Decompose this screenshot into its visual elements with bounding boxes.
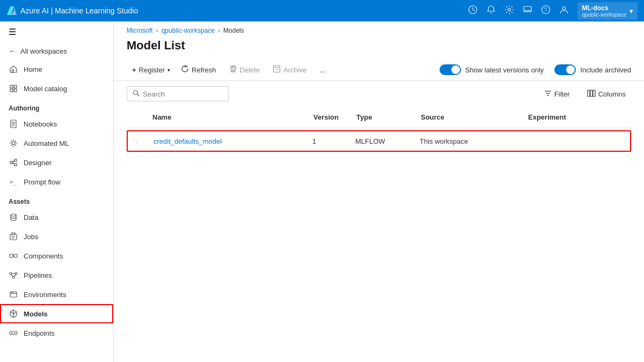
sidebar-item-pipelines[interactable]: Pipelines — [0, 265, 113, 285]
row-star[interactable]: ☆ — [128, 134, 149, 149]
sidebar-item-jobs[interactable]: Jobs — [0, 227, 113, 246]
show-latest-toggle[interactable] — [440, 64, 461, 75]
model-catalog-icon — [9, 84, 18, 93]
models-icon — [9, 309, 18, 319]
toggle-thumb — [451, 65, 460, 74]
topbar-logo: Azure AI | Machine Learning Studio — [6, 5, 138, 16]
sidebar-item-home[interactable]: Home — [0, 60, 113, 79]
columns-button[interactable]: Columns — [582, 87, 631, 101]
endpoints-icon — [9, 328, 18, 338]
sidebar-item-notebooks[interactable]: Notebooks — [0, 114, 113, 134]
notebooks-icon — [9, 119, 18, 129]
account-info: ML-docs qpublic-workspace — [582, 4, 626, 18]
jobs-icon — [9, 232, 18, 241]
sidebar-item-components[interactable]: Components — [0, 246, 113, 265]
hamburger-menu-button[interactable]: ☰ — [0, 21, 113, 42]
sidebar-item-designer[interactable]: Designer — [0, 153, 113, 172]
refresh-icon — [181, 65, 189, 75]
breadcrumb-microsoft[interactable]: Microsoft — [127, 27, 153, 34]
bell-icon[interactable] — [486, 5, 496, 17]
svg-rect-12 — [10, 89, 13, 92]
breadcrumb-workspace[interactable]: qpublic-workspace — [162, 27, 215, 34]
sidebar-item-label: Prompt flow — [24, 178, 61, 186]
topbar: Azure AI | Machine Learning Studio ? ML-… — [0, 0, 644, 21]
star-icon[interactable]: ☆ — [132, 137, 139, 145]
toggle-thumb — [566, 65, 575, 74]
delete-icon — [229, 65, 237, 75]
include-archived-toggle[interactable] — [554, 64, 576, 75]
svg-rect-20 — [14, 159, 17, 161]
archive-label: Archive — [283, 66, 306, 74]
col-header-type: Type — [352, 111, 416, 123]
sidebar-item-data[interactable]: Data — [0, 208, 113, 227]
row-source: This workspace — [415, 134, 523, 149]
sidebar-item-endpoints[interactable]: Endpoints — [0, 323, 113, 343]
svg-point-4 — [508, 9, 511, 11]
refresh-button[interactable]: Refresh — [175, 62, 222, 77]
search-box[interactable] — [127, 86, 229, 101]
register-label: Register — [139, 66, 165, 74]
clock-icon[interactable] — [468, 5, 478, 17]
sidebar-item-models[interactable]: Models — [0, 304, 113, 323]
svg-point-33 — [15, 272, 17, 275]
svg-line-36 — [11, 275, 13, 276]
sidebar-item-label: Designer — [24, 159, 52, 167]
svg-rect-13 — [14, 89, 17, 92]
svg-point-34 — [12, 276, 14, 278]
user-icon[interactable] — [559, 5, 569, 17]
automated-ml-icon — [9, 138, 18, 148]
page-title: Model List — [114, 36, 644, 59]
sidebar-item-label: Home — [24, 65, 42, 73]
sidebar-item-prompt-flow[interactable]: >_ Prompt flow — [0, 172, 113, 191]
svg-rect-53 — [593, 90, 595, 97]
register-button[interactable]: + Register ▾ — [127, 63, 173, 77]
table-header: Name Version Type Source Experiment — [127, 107, 631, 128]
svg-point-18 — [12, 142, 15, 145]
feedback-icon[interactable] — [523, 5, 532, 17]
columns-label: Columns — [598, 90, 626, 98]
back-to-workspaces[interactable]: ← All workspaces — [0, 42, 113, 60]
components-icon — [9, 251, 18, 261]
back-label: All workspaces — [20, 47, 67, 55]
help-icon[interactable]: ? — [541, 5, 551, 17]
delete-button[interactable]: Delete — [224, 62, 266, 77]
svg-rect-26 — [10, 234, 17, 240]
include-archived-label: Include archived — [580, 66, 631, 74]
svg-line-23 — [12, 162, 14, 165]
table-row: ☆ credit_defaults_model 1 MLFLOW This wo… — [127, 130, 631, 152]
table-toolbar-right: Filter Columns — [539, 87, 631, 101]
svg-rect-44 — [274, 68, 280, 72]
svg-point-32 — [10, 272, 12, 275]
show-latest-label: Show latest versions only — [465, 66, 544, 74]
back-arrow-icon: ← — [9, 47, 16, 55]
more-options-button[interactable]: ... — [314, 63, 331, 77]
sidebar-item-automated-ml[interactable]: Automated ML — [0, 134, 113, 153]
col-header-name: Name — [148, 111, 309, 123]
account-menu[interactable]: ML-docs qpublic-workspace ▾ — [577, 2, 638, 20]
chevron-down-icon: ▾ — [630, 7, 633, 15]
account-name: ML-docs — [582, 4, 626, 12]
svg-rect-52 — [590, 90, 592, 97]
svg-rect-11 — [14, 85, 17, 88]
sidebar-item-label: Environments — [24, 291, 66, 299]
app-title: Azure AI | Machine Learning Studio — [20, 6, 138, 15]
svg-line-22 — [12, 160, 14, 162]
sidebar-item-label: Data — [24, 213, 38, 221]
svg-point-42 — [12, 331, 15, 335]
svg-rect-21 — [14, 164, 17, 166]
sidebar-item-model-catalog[interactable]: Model catalog — [0, 79, 113, 98]
search-icon — [133, 90, 140, 98]
sidebar-item-environments[interactable]: Environments — [0, 285, 113, 304]
main-toolbar: + Register ▾ Refresh Delete — [114, 59, 644, 81]
model-name-link[interactable]: credit_defaults_model — [153, 137, 222, 145]
refresh-label: Refresh — [192, 66, 216, 74]
search-input[interactable] — [143, 90, 223, 98]
environments-icon — [9, 290, 18, 299]
assets-section-label: Assets — [0, 191, 113, 208]
gear-icon[interactable] — [504, 5, 514, 17]
filter-label: Filter — [554, 90, 570, 98]
sidebar-item-label: Jobs — [24, 233, 38, 241]
breadcrumb-sep-1: › — [156, 27, 158, 34]
filter-button[interactable]: Filter — [539, 87, 575, 101]
archive-button[interactable]: Archive — [267, 62, 312, 77]
